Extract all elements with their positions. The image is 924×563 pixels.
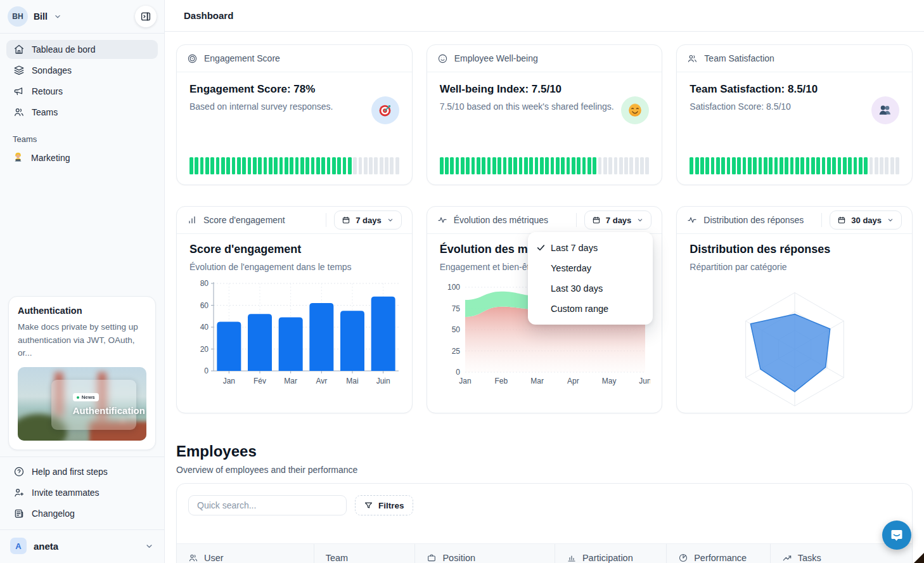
sidebar-item-marketing[interactable]: Marketing <box>0 148 164 167</box>
divider <box>326 213 326 227</box>
progress-segment <box>300 157 304 174</box>
date-range-label: 7 days <box>356 216 381 225</box>
date-range-button[interactable]: 7 days <box>584 210 651 230</box>
progress-segment <box>577 157 581 174</box>
mouse-cursor <box>914 553 924 563</box>
card-header-label: Team Satisfaction <box>704 53 774 63</box>
progress-segment <box>348 157 352 174</box>
column-header-user[interactable]: User <box>177 544 314 563</box>
card-header: Team Satisfaction <box>677 45 912 72</box>
progress-segment <box>269 157 273 174</box>
progress-segment <box>624 157 628 174</box>
progress-segment <box>598 157 602 174</box>
progress-segment <box>811 157 815 174</box>
users-icon <box>188 553 198 563</box>
date-range-button[interactable]: 30 days <box>830 210 902 230</box>
dropdown-item-yesterday[interactable]: Yesterday <box>528 258 653 278</box>
column-header-performance[interactable]: Performance <box>666 544 770 563</box>
sidebar-item-changelog[interactable]: Changelog <box>6 504 158 523</box>
chat-icon <box>889 527 904 543</box>
progress-segment <box>545 157 549 174</box>
sidebar-item-help[interactable]: Help and first steps <box>6 462 158 481</box>
progress-segment <box>477 157 480 174</box>
progress-segment <box>711 157 715 174</box>
progress-segment <box>535 157 539 174</box>
user-avatar[interactable]: BH <box>8 6 28 27</box>
stat-title: Well-being Index: 7.5/10 <box>440 83 650 96</box>
search-input[interactable] <box>188 495 347 515</box>
progress-segment <box>895 157 899 174</box>
employees-subtitle: Overview of employees and their performa… <box>176 465 913 475</box>
sidebar-header: BH Bill <box>0 0 164 33</box>
progress-segment <box>466 157 470 174</box>
dropdown-item-last-30-days[interactable]: Last 30 days <box>528 278 653 299</box>
progress-segment <box>716 157 720 174</box>
sidebar-item-feedback[interactable]: Retours <box>6 82 158 101</box>
user-name[interactable]: Bill <box>34 11 48 22</box>
column-header-participation[interactable]: Participation <box>555 544 666 563</box>
smile-emoji <box>627 102 643 119</box>
sidebar-item-invite[interactable]: Invite teammates <box>6 483 158 502</box>
filters-button[interactable]: Filtres <box>355 495 413 515</box>
card-header-label: Distribution des réponses <box>703 215 804 225</box>
footer-item-label: Changelog <box>32 508 75 519</box>
progress-segment <box>380 157 383 174</box>
collapse-sidebar-button[interactable] <box>135 6 157 27</box>
newspaper-icon <box>13 508 25 519</box>
promo-overlay-card: News Authentification <box>51 380 136 430</box>
progress-segment <box>832 157 836 174</box>
sidebar-item-label: Teams <box>32 107 58 117</box>
person-plus-icon <box>13 487 25 498</box>
news-badge: News <box>73 393 99 401</box>
stat-title: Team Satisfaction: 8.5/10 <box>690 83 899 96</box>
sidebar-item-dashboard[interactable]: Tableau de bord <box>6 40 158 59</box>
progress-segment <box>890 157 894 174</box>
svg-text:60: 60 <box>200 301 209 310</box>
stat-subtitle: Based on internal survey responses. <box>189 101 399 112</box>
progress-segment <box>359 157 363 174</box>
date-range-button[interactable]: 7 days <box>334 210 401 230</box>
chat-launcher-button[interactable] <box>882 521 911 550</box>
footer-item-label: Invite teammates <box>32 488 99 498</box>
progress-segment <box>264 157 267 174</box>
progress-segment <box>343 157 347 174</box>
help-icon <box>13 466 25 477</box>
progress-segment <box>248 157 252 174</box>
progress-segment <box>492 157 496 174</box>
promo-text: Make docs private by setting up authenti… <box>18 321 146 359</box>
card-header: Employee Well-being <box>427 45 662 72</box>
stat-subtitle: 7.5/10 based on this week's shared feeli… <box>440 101 650 112</box>
svg-text:Jun: Jun <box>639 377 650 385</box>
progress-segment <box>353 157 357 174</box>
users-icon <box>13 107 25 118</box>
column-header-position[interactable]: Position <box>414 544 555 563</box>
sidebar-nav: Tableau de bord Sondages Retours Teams <box>0 34 164 128</box>
funnel-icon <box>364 501 373 510</box>
promo-card-authentication[interactable]: Authentication Make docs private by sett… <box>8 296 156 450</box>
stat-card-engagement: Engagement Score Engagement Score: 78% B… <box>176 44 413 185</box>
dropdown-item-custom-range[interactable]: Custom range <box>528 299 653 319</box>
footer-item-label: Help and first steps <box>32 467 108 477</box>
progress-segment <box>774 157 778 174</box>
stat-emoji-badge <box>371 96 399 124</box>
chevron-down-icon[interactable] <box>53 12 62 21</box>
progress-segment <box>645 157 649 174</box>
card-header-right: 7 days <box>576 210 651 230</box>
sidebar-item-surveys[interactable]: Sondages <box>6 61 158 80</box>
svg-text:100: 100 <box>447 283 460 292</box>
progress-segment <box>195 157 198 174</box>
progress-segment <box>374 157 378 174</box>
progress-segment <box>253 157 257 174</box>
svg-text:Jan: Jan <box>459 377 471 385</box>
progress-segment <box>513 157 517 174</box>
sidebar-item-teams[interactable]: Teams <box>6 103 158 122</box>
progress-segment <box>316 157 320 174</box>
column-header-team[interactable]: Team <box>314 544 415 563</box>
workspace-switcher[interactable]: A aneta <box>0 529 164 563</box>
dropdown-item-last-7-days[interactable]: Last 7 days <box>528 238 653 258</box>
progress-segment <box>221 157 225 174</box>
divider <box>576 213 577 227</box>
progress-segment <box>311 157 315 174</box>
column-chart-icon <box>187 215 197 225</box>
sidebar-spacer <box>0 167 164 296</box>
